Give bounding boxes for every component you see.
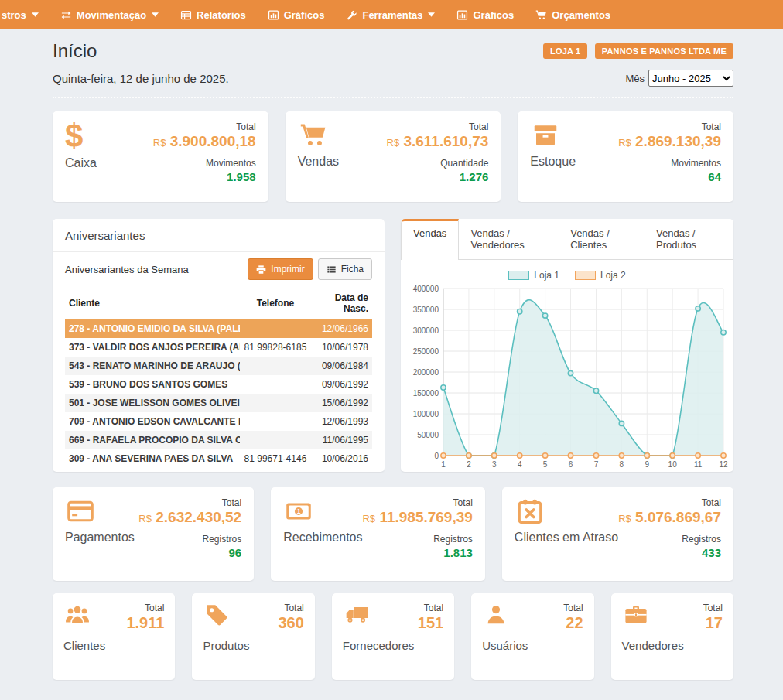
count-label: Registros (618, 534, 721, 545)
stat-card-recebimentos: Recebimentos Total R$ 11.985.769,39 Regi… (271, 487, 485, 581)
nav-item-relatorios[interactable]: Relatórios (180, 9, 246, 21)
tab-vendas-clientes[interactable]: Vendas / Clientes (559, 219, 645, 259)
bar-chart-icon (456, 9, 468, 21)
nav-item-label: Relatórios (197, 9, 246, 21)
nav-item-cadastros[interactable]: stros (2, 9, 39, 21)
total-label: Total (387, 121, 489, 132)
table-row[interactable]: 373 - VALDIR DOS ANJOS PEREIRA (AN…81 99… (65, 338, 372, 357)
column-header-nascimento: Data de Nasc. (311, 288, 372, 319)
cell-tel (240, 375, 310, 394)
cell-tel (240, 394, 310, 412)
header-separator (53, 97, 733, 98)
stat-card-label: Clientes em Atraso (515, 531, 618, 545)
total-label: Total (618, 497, 721, 508)
main-content: Início LOJA 1 PANNOS E PANNOS LTDA ME Qu… (53, 29, 733, 680)
stat-card-clientes-em-atraso: Clientes em Atraso Total R$ 5.076.869,67… (502, 487, 733, 581)
svg-text:250000: 250000 (413, 347, 439, 356)
table-row[interactable]: 278 - ANTONIO EMIDIO DA SILVA (PALE…12/0… (65, 319, 372, 339)
mini-card-produtos: Total 360 Produtos (192, 593, 314, 680)
nav-item-label: Movimentação (77, 9, 146, 21)
table-row[interactable]: 669 - RAFAELA PROCOPIO DA SILVA CA…11/06… (65, 431, 372, 449)
count-value: 22 (563, 614, 583, 632)
nav-item-ferramentas[interactable]: Ferramentas (346, 9, 435, 21)
table-row[interactable]: 501 - JOSE WELISSON GOMES OLIVEIR…15/06/… (65, 394, 372, 412)
nav-item-label: stros (2, 9, 26, 21)
column-header-telefone: Telefone (240, 288, 310, 319)
stat-card-label: Estoque (530, 155, 576, 169)
tag-icon (203, 603, 231, 627)
stat-card-label: Recebimentos (283, 531, 362, 545)
table-row[interactable]: 709 - ANTONIO EDSON CAVALCANTE D…12/06/1… (65, 412, 372, 431)
count-value: 360 (278, 614, 303, 632)
nav-item-label: Gráficos (284, 9, 325, 21)
nav-item-orcamentos[interactable]: Orçamentos (535, 9, 610, 21)
nav-item-graficos-2[interactable]: Gráficos (456, 9, 514, 21)
svg-text:4: 4 (518, 460, 522, 469)
svg-text:8: 8 (620, 460, 624, 469)
user-icon (482, 603, 510, 627)
table-row[interactable]: 539 - BRUNO DOS SANTOS GOMES09/06/1992 (65, 375, 372, 394)
table-row[interactable]: 543 - RENATO MARINHO DE ARAUJO (F…09/06/… (65, 357, 372, 375)
sales-chart-panel: Vendas Vendas / Vendedores Vendas / Clie… (401, 219, 733, 472)
users-icon (63, 603, 91, 627)
legend-item-loja2: Loja 2 (575, 270, 626, 281)
svg-text:2: 2 (467, 460, 471, 469)
nav-item-label: Orçamentos (552, 9, 610, 21)
caret-down-icon (32, 12, 39, 17)
table-icon (180, 9, 192, 21)
svg-text:200000: 200000 (413, 368, 439, 377)
sales-area-chart: 0500001000001500002000002500003000003500… (403, 282, 731, 472)
table-row[interactable]: 309 - ANA SEVERINA PAES DA SILVA81 99671… (65, 449, 372, 468)
svg-text:7: 7 (594, 460, 599, 469)
truck-icon (343, 603, 371, 627)
count-value: 1.958 (153, 170, 256, 183)
total-value: R$ 2.869.130,39 (618, 132, 721, 152)
mini-card-label: Produtos (203, 639, 303, 652)
mini-card-label: Vendedores (622, 639, 723, 652)
printer-icon (256, 265, 266, 275)
briefcase-icon (622, 603, 650, 627)
month-select[interactable]: Junho - 2025 (648, 70, 733, 87)
cell-date: 12/06/1993 (311, 412, 372, 431)
tab-vendas[interactable]: Vendas (401, 219, 459, 260)
panel-title: Aniversariantes (53, 219, 385, 252)
stat-card-pagamentos: Pagamentos Total R$ 2.632.430,52 Registr… (53, 487, 254, 581)
total-value: R$ 5.076.869,67 (618, 508, 721, 528)
cell-name: 539 - BRUNO DOS SANTOS GOMES (65, 375, 240, 394)
stat-card-label: Pagamentos (65, 531, 135, 545)
mini-card-usuarios: Total 22 Usuários (471, 593, 593, 680)
total-label: Total (618, 121, 721, 132)
page-title: Início (53, 39, 97, 63)
svg-text:12: 12 (719, 460, 728, 469)
count-value: 1.276 (387, 170, 489, 183)
count-label: Movimentos (153, 158, 256, 169)
stat-card-caixa: $ Caixa Total R$ 3.900.800,18 Movimentos… (53, 111, 268, 202)
cell-date: 15/06/1992 (311, 394, 372, 412)
cell-name: 543 - RENATO MARINHO DE ARAUJO (F… (65, 357, 240, 375)
company-badge: PANNOS E PANNOS LTDA ME (595, 43, 733, 59)
cell-name: 309 - ANA SEVERINA PAES DA SILVA (65, 449, 240, 468)
count-label: Registros (138, 534, 241, 545)
total-label: Total (362, 497, 472, 508)
current-date: Quinta-feira, 12 de junho de 2025. (53, 72, 229, 85)
mini-card-label: Clientes (63, 639, 164, 652)
count-label: Movimentos (618, 158, 721, 169)
tab-vendas-vendedores[interactable]: Vendas / Vendedores (459, 219, 559, 259)
cell-name: 709 - ANTONIO EDSON CAVALCANTE D… (65, 412, 240, 431)
svg-text:9: 9 (645, 460, 649, 469)
cell-name: 278 - ANTONIO EMIDIO DA SILVA (PALE… (65, 319, 240, 339)
print-button[interactable]: Imprimir (248, 258, 313, 280)
wrench-icon (346, 9, 357, 21)
ficha-button[interactable]: Ficha (318, 258, 372, 280)
nav-item-graficos-1[interactable]: Gráficos (268, 9, 325, 21)
caret-down-icon (428, 12, 435, 17)
total-value: R$ 3.611.610,73 (387, 132, 489, 152)
tab-vendas-produtos[interactable]: Vendas / Produtos (645, 219, 733, 259)
cell-tel: 81 99828-6185 (240, 338, 310, 357)
cell-date: 09/06/1992 (311, 375, 372, 394)
nav-item-movimentacao[interactable]: Movimentação (60, 9, 159, 21)
cell-name: 501 - JOSE WELISSON GOMES OLIVEIR… (65, 394, 240, 412)
total-label: Total (126, 603, 164, 613)
mini-card-vendedores: Total 17 Vendedores (611, 593, 733, 680)
legend-item-loja1: Loja 1 (508, 270, 559, 281)
